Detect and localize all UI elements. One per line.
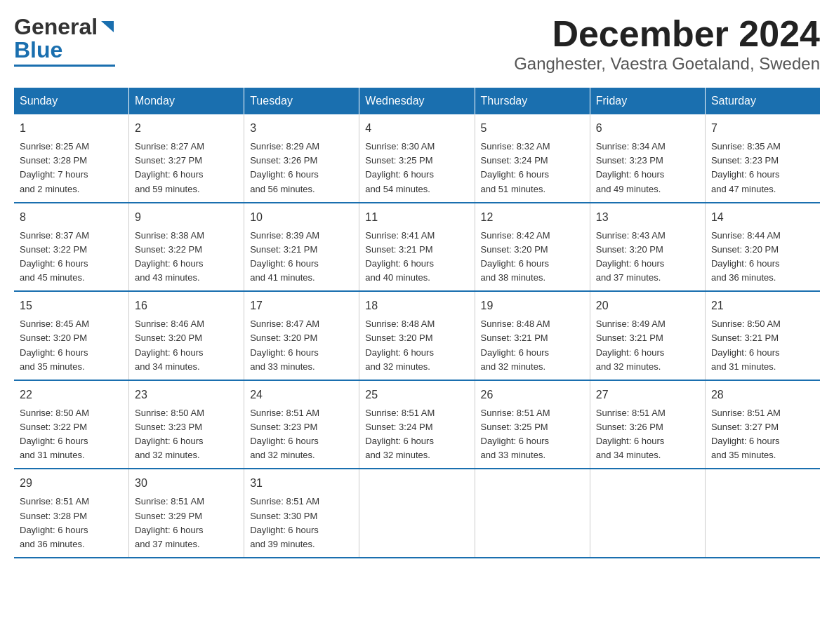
svg-marker-0 [101, 21, 114, 32]
logo-underline [14, 65, 115, 67]
week-row-2: 8Sunrise: 8:37 AMSunset: 3:22 PMDaylight… [14, 203, 820, 292]
day-sun-info: Sunrise: 8:37 AMSunset: 3:22 PMDaylight:… [20, 229, 123, 286]
day-sun-info: Sunrise: 8:48 AMSunset: 3:21 PMDaylight:… [481, 317, 584, 374]
cell-week4-day6: 27Sunrise: 8:51 AMSunset: 3:26 PMDayligh… [590, 380, 705, 469]
day-sun-info: Sunrise: 8:29 AMSunset: 3:26 PMDaylight:… [250, 140, 353, 196]
day-sun-info: Sunrise: 8:27 AMSunset: 3:27 PMDaylight:… [135, 140, 238, 196]
cell-week1-day2: 2Sunrise: 8:27 AMSunset: 3:27 PMDaylight… [128, 114, 244, 203]
day-number: 9 [135, 209, 238, 226]
day-sun-info: Sunrise: 8:42 AMSunset: 3:20 PMDaylight:… [481, 229, 584, 286]
day-sun-info: Sunrise: 8:39 AMSunset: 3:21 PMDaylight:… [250, 229, 353, 286]
day-sun-info: Sunrise: 8:51 AMSunset: 3:27 PMDaylight:… [711, 406, 814, 463]
cell-week1-day7: 7Sunrise: 8:35 AMSunset: 3:23 PMDaylight… [705, 114, 820, 203]
day-sun-info: Sunrise: 8:51 AMSunset: 3:24 PMDaylight:… [365, 406, 468, 463]
logo-general-text: General [14, 14, 98, 40]
calendar-page: General Blue December 2024 Ganghester, V… [14, 14, 820, 558]
week-row-4: 22Sunrise: 8:50 AMSunset: 3:22 PMDayligh… [14, 380, 820, 469]
day-sun-info: Sunrise: 8:35 AMSunset: 3:23 PMDaylight:… [711, 140, 814, 196]
day-number: 8 [20, 209, 123, 226]
day-number: 22 [20, 387, 123, 403]
calendar-subtitle: Ganghester, Vaestra Goetaland, Sweden [514, 54, 820, 74]
day-number: 24 [250, 387, 353, 403]
cell-week3-day7: 21Sunrise: 8:50 AMSunset: 3:21 PMDayligh… [705, 291, 820, 380]
day-number: 6 [596, 120, 699, 137]
logo-block: General Blue [14, 14, 115, 67]
day-sun-info: Sunrise: 8:50 AMSunset: 3:22 PMDaylight:… [20, 406, 123, 463]
day-number: 4 [365, 120, 468, 137]
cell-week5-day7 [705, 469, 820, 558]
day-sun-info: Sunrise: 8:51 AMSunset: 3:29 PMDaylight:… [135, 495, 238, 551]
day-sun-info: Sunrise: 8:41 AMSunset: 3:21 PMDaylight:… [365, 229, 468, 286]
day-sun-info: Sunrise: 8:51 AMSunset: 3:30 PMDaylight:… [250, 495, 353, 551]
header-monday: Monday [128, 88, 244, 114]
day-number: 30 [135, 475, 238, 492]
page-header: General Blue December 2024 Ganghester, V… [14, 14, 820, 74]
day-number: 2 [135, 120, 238, 137]
cell-week2-day6: 13Sunrise: 8:43 AMSunset: 3:20 PMDayligh… [590, 203, 705, 292]
header-friday: Friday [590, 88, 705, 114]
cell-week3-day2: 16Sunrise: 8:46 AMSunset: 3:20 PMDayligh… [128, 291, 244, 380]
cell-week3-day6: 20Sunrise: 8:49 AMSunset: 3:21 PMDayligh… [590, 291, 705, 380]
cell-week4-day7: 28Sunrise: 8:51 AMSunset: 3:27 PMDayligh… [705, 380, 820, 469]
day-sun-info: Sunrise: 8:25 AMSunset: 3:28 PMDaylight:… [20, 140, 123, 196]
day-sun-info: Sunrise: 8:47 AMSunset: 3:20 PMDaylight:… [250, 317, 353, 374]
day-sun-info: Sunrise: 8:34 AMSunset: 3:23 PMDaylight:… [596, 140, 699, 196]
weekday-header-row: Sunday Monday Tuesday Wednesday Thursday… [14, 88, 820, 114]
cell-week3-day3: 17Sunrise: 8:47 AMSunset: 3:20 PMDayligh… [244, 291, 359, 380]
cell-week1-day6: 6Sunrise: 8:34 AMSunset: 3:23 PMDaylight… [590, 114, 705, 203]
cell-week3-day4: 18Sunrise: 8:48 AMSunset: 3:20 PMDayligh… [359, 291, 475, 380]
day-sun-info: Sunrise: 8:51 AMSunset: 3:25 PMDaylight:… [481, 406, 584, 463]
day-sun-info: Sunrise: 8:48 AMSunset: 3:20 PMDaylight:… [365, 317, 468, 374]
cell-week5-day2: 30Sunrise: 8:51 AMSunset: 3:29 PMDayligh… [128, 469, 244, 558]
day-number: 16 [135, 297, 238, 314]
cell-week1-day4: 4Sunrise: 8:30 AMSunset: 3:25 PMDaylight… [359, 114, 475, 203]
cell-week1-day1: 1Sunrise: 8:25 AMSunset: 3:28 PMDaylight… [14, 114, 128, 203]
header-sunday: Sunday [14, 88, 128, 114]
cell-week5-day6 [590, 469, 705, 558]
day-sun-info: Sunrise: 8:30 AMSunset: 3:25 PMDaylight:… [365, 140, 468, 196]
header-tuesday: Tuesday [244, 88, 359, 114]
day-sun-info: Sunrise: 8:50 AMSunset: 3:21 PMDaylight:… [711, 317, 814, 374]
day-number: 28 [711, 387, 814, 403]
day-number: 3 [250, 120, 353, 137]
day-number: 17 [250, 297, 353, 314]
day-number: 10 [250, 209, 353, 226]
cell-week3-day1: 15Sunrise: 8:45 AMSunset: 3:20 PMDayligh… [14, 291, 128, 380]
day-number: 5 [481, 120, 584, 137]
day-sun-info: Sunrise: 8:32 AMSunset: 3:24 PMDaylight:… [481, 140, 584, 196]
cell-week4-day5: 26Sunrise: 8:51 AMSunset: 3:25 PMDayligh… [475, 380, 590, 469]
cell-week5-day5 [475, 469, 590, 558]
day-number: 20 [596, 297, 699, 314]
day-number: 1 [20, 120, 123, 137]
header-thursday: Thursday [475, 88, 590, 114]
day-sun-info: Sunrise: 8:51 AMSunset: 3:26 PMDaylight:… [596, 406, 699, 463]
cell-week5-day3: 31Sunrise: 8:51 AMSunset: 3:30 PMDayligh… [244, 469, 359, 558]
day-number: 13 [596, 209, 699, 226]
header-wednesday: Wednesday [359, 88, 475, 114]
day-number: 27 [596, 387, 699, 403]
day-number: 11 [365, 209, 468, 226]
day-number: 18 [365, 297, 468, 314]
cell-week4-day2: 23Sunrise: 8:50 AMSunset: 3:23 PMDayligh… [128, 380, 244, 469]
day-sun-info: Sunrise: 8:49 AMSunset: 3:21 PMDaylight:… [596, 317, 699, 374]
cell-week2-day5: 12Sunrise: 8:42 AMSunset: 3:20 PMDayligh… [475, 203, 590, 292]
logo-triangle-icon [100, 18, 115, 36]
cell-week4-day3: 24Sunrise: 8:51 AMSunset: 3:23 PMDayligh… [244, 380, 359, 469]
cell-week4-day1: 22Sunrise: 8:50 AMSunset: 3:22 PMDayligh… [14, 380, 128, 469]
day-sun-info: Sunrise: 8:46 AMSunset: 3:20 PMDaylight:… [135, 317, 238, 374]
day-number: 21 [711, 297, 814, 314]
cell-week2-day4: 11Sunrise: 8:41 AMSunset: 3:21 PMDayligh… [359, 203, 475, 292]
cell-week3-day5: 19Sunrise: 8:48 AMSunset: 3:21 PMDayligh… [475, 291, 590, 380]
week-row-3: 15Sunrise: 8:45 AMSunset: 3:20 PMDayligh… [14, 291, 820, 380]
day-number: 15 [20, 297, 123, 314]
cell-week5-day4 [359, 469, 475, 558]
day-number: 25 [365, 387, 468, 403]
cell-week2-day7: 14Sunrise: 8:44 AMSunset: 3:20 PMDayligh… [705, 203, 820, 292]
day-number: 29 [20, 475, 123, 492]
day-sun-info: Sunrise: 8:44 AMSunset: 3:20 PMDaylight:… [711, 229, 814, 286]
calendar-title: December 2024 [514, 14, 820, 54]
cell-week2-day3: 10Sunrise: 8:39 AMSunset: 3:21 PMDayligh… [244, 203, 359, 292]
title-block: December 2024 Ganghester, Vaestra Goetal… [514, 14, 820, 74]
cell-week1-day5: 5Sunrise: 8:32 AMSunset: 3:24 PMDaylight… [475, 114, 590, 203]
day-number: 26 [481, 387, 584, 403]
